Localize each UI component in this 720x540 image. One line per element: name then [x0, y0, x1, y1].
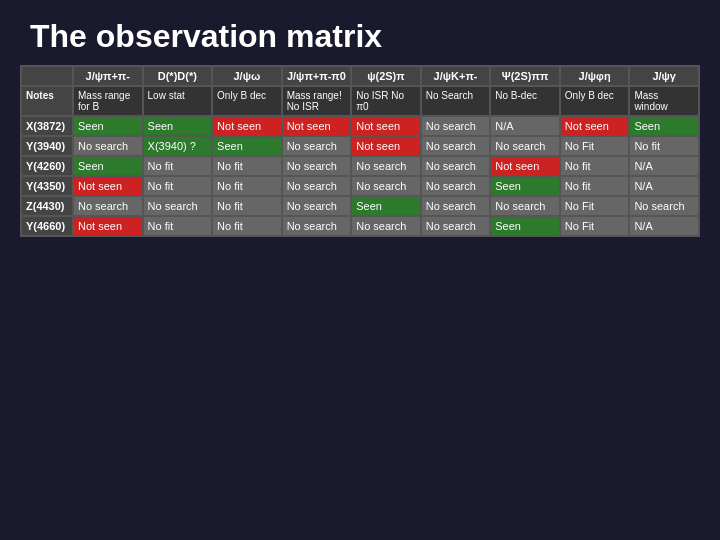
cell-0-1: Low stat — [143, 86, 213, 116]
row-label: Z(4430) — [21, 196, 73, 216]
cell-0-6: No B-dec — [490, 86, 560, 116]
cell-5-4: Seen — [351, 196, 421, 216]
table-row: Y(3940)No searchX(3940) ?SeenNo searchNo… — [21, 136, 699, 156]
cell-3-5: No search — [421, 156, 491, 176]
cell-6-4: No search — [351, 216, 421, 236]
cell-3-0: Seen — [73, 156, 143, 176]
header-empty — [21, 66, 73, 86]
table-row: Y(4660)Not seenNo fitNo fitNo searchNo s… — [21, 216, 699, 236]
cell-3-3: No search — [282, 156, 352, 176]
cell-3-4: No search — [351, 156, 421, 176]
table-row: Y(4350)Not seenNo fitNo fitNo searchNo s… — [21, 176, 699, 196]
header-col-9: J/ψγ — [629, 66, 699, 86]
page-title: The observation matrix — [20, 10, 700, 65]
cell-1-7: Not seen — [560, 116, 630, 136]
header-col-2: D(*)D(*) — [143, 66, 213, 86]
cell-1-3: Not seen — [282, 116, 352, 136]
cell-1-2: Not seen — [212, 116, 282, 136]
cell-2-6: No search — [490, 136, 560, 156]
cell-3-6: Not seen — [490, 156, 560, 176]
row-label: X(3872) — [21, 116, 73, 136]
cell-3-2: No fit — [212, 156, 282, 176]
cell-4-1: No fit — [143, 176, 213, 196]
cell-0-7: Only B dec — [560, 86, 630, 116]
cell-4-7: No fit — [560, 176, 630, 196]
cell-3-7: No fit — [560, 156, 630, 176]
cell-5-8: No search — [629, 196, 699, 216]
cell-1-5: No search — [421, 116, 491, 136]
cell-2-4: Not seen — [351, 136, 421, 156]
cell-6-0: Not seen — [73, 216, 143, 236]
cell-2-1: X(3940) ? — [143, 136, 213, 156]
cell-5-5: No search — [421, 196, 491, 216]
observation-matrix: J/ψπ+π-D(*)D(*)J/ψωJ/ψπ+π-π0ψ(2S)πJ/ψK+π… — [20, 65, 700, 237]
cell-3-1: No fit — [143, 156, 213, 176]
cell-1-4: Not seen — [351, 116, 421, 136]
cell-6-6: Seen — [490, 216, 560, 236]
cell-4-8: N/A — [629, 176, 699, 196]
cell-1-1: Seen — [143, 116, 213, 136]
header-col-8: J/ψφη — [560, 66, 630, 86]
row-label: Notes — [21, 86, 73, 116]
cell-2-5: No search — [421, 136, 491, 156]
cell-0-5: No Search — [421, 86, 491, 116]
cell-6-2: No fit — [212, 216, 282, 236]
cell-5-1: No search — [143, 196, 213, 216]
row-label: Y(3940) — [21, 136, 73, 156]
header-col-1: J/ψπ+π- — [73, 66, 143, 86]
cell-2-0: No search — [73, 136, 143, 156]
cell-5-2: No fit — [212, 196, 282, 216]
cell-2-2: Seen — [212, 136, 282, 156]
cell-3-8: N/A — [629, 156, 699, 176]
row-label: Y(4350) — [21, 176, 73, 196]
header-col-3: J/ψω — [212, 66, 282, 86]
table-row: NotesMass range for BLow statOnly B decM… — [21, 86, 699, 116]
cell-1-0: Seen — [73, 116, 143, 136]
cell-6-5: No search — [421, 216, 491, 236]
cell-5-6: No search — [490, 196, 560, 216]
header-col-6: J/ψK+π- — [421, 66, 491, 86]
cell-4-5: No search — [421, 176, 491, 196]
cell-4-4: No search — [351, 176, 421, 196]
cell-4-0: Not seen — [73, 176, 143, 196]
cell-6-1: No fit — [143, 216, 213, 236]
cell-6-8: N/A — [629, 216, 699, 236]
cell-1-8: Seen — [629, 116, 699, 136]
page: The observation matrix J/ψπ+π-D(*)D(*)J/… — [0, 0, 720, 540]
cell-0-0: Mass range for B — [73, 86, 143, 116]
header-col-5: ψ(2S)π — [351, 66, 421, 86]
cell-6-7: No Fit — [560, 216, 630, 236]
table-row: X(3872)SeenSeenNot seenNot seenNot seenN… — [21, 116, 699, 136]
cell-5-0: No search — [73, 196, 143, 216]
cell-4-3: No search — [282, 176, 352, 196]
row-label: Y(4260) — [21, 156, 73, 176]
cell-4-2: No fit — [212, 176, 282, 196]
cell-2-8: No fit — [629, 136, 699, 156]
cell-5-7: No Fit — [560, 196, 630, 216]
row-label: Y(4660) — [21, 216, 73, 236]
header-col-4: J/ψπ+π-π0 — [282, 66, 352, 86]
cell-2-3: No search — [282, 136, 352, 156]
cell-0-3: Mass range! No ISR — [282, 86, 352, 116]
cell-0-8: Mass window — [629, 86, 699, 116]
table-row: Z(4430)No searchNo searchNo fitNo search… — [21, 196, 699, 216]
cell-1-6: N/A — [490, 116, 560, 136]
cell-4-6: Seen — [490, 176, 560, 196]
table-row: Y(4260)SeenNo fitNo fitNo searchNo searc… — [21, 156, 699, 176]
cell-0-4: No ISR No π0 — [351, 86, 421, 116]
header-col-7: Ψ(2S)ππ — [490, 66, 560, 86]
header-row: J/ψπ+π-D(*)D(*)J/ψωJ/ψπ+π-π0ψ(2S)πJ/ψK+π… — [21, 66, 699, 86]
cell-5-3: No search — [282, 196, 352, 216]
cell-2-7: No Fit — [560, 136, 630, 156]
cell-6-3: No search — [282, 216, 352, 236]
cell-0-2: Only B dec — [212, 86, 282, 116]
